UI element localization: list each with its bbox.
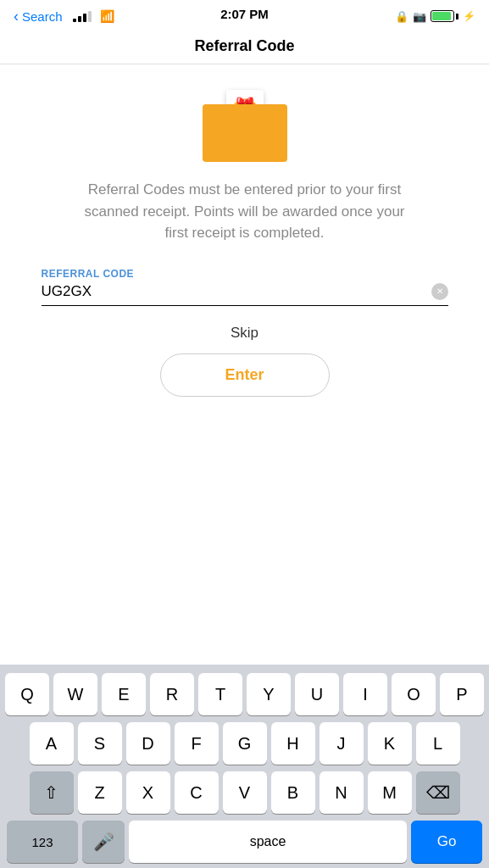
backspace-key[interactable]: ⌫ xyxy=(416,771,460,814)
signal-icon xyxy=(73,11,92,22)
envelope-body-icon xyxy=(203,104,287,162)
bluetooth-icon: 📷 xyxy=(413,10,426,23)
status-time: 2:07 PM xyxy=(220,7,269,21)
lock-icon: 🔒 xyxy=(395,10,408,23)
key-c[interactable]: C xyxy=(175,771,219,814)
back-chevron-icon: ‹ xyxy=(14,8,19,25)
keyboard-bottom-row: 123 🎤 space Go xyxy=(3,821,486,863)
status-left: ‹ Search 📶 xyxy=(14,8,114,25)
key-g[interactable]: G xyxy=(223,722,267,765)
key-v[interactable]: V xyxy=(223,771,267,814)
key-u[interactable]: U xyxy=(295,673,339,715)
key-m[interactable]: M xyxy=(368,771,412,814)
key-r[interactable]: R xyxy=(150,673,194,715)
key-y[interactable]: Y xyxy=(247,673,291,715)
key-k[interactable]: K xyxy=(368,722,412,765)
key-e[interactable]: E xyxy=(102,673,146,715)
key-q[interactable]: Q xyxy=(5,673,49,715)
status-bar: ‹ Search 📶 2:07 PM 🔒 📷 ⚡ xyxy=(0,0,489,31)
key-a[interactable]: A xyxy=(30,722,74,765)
key-j[interactable]: J xyxy=(320,722,364,765)
key-b[interactable]: B xyxy=(271,771,315,814)
charging-icon: ⚡ xyxy=(463,10,475,22)
keyboard-row-3: ⇧ Z X C V B N M ⌫ xyxy=(3,771,486,814)
referral-code-input[interactable] xyxy=(42,283,431,300)
key-h[interactable]: H xyxy=(271,722,315,765)
nav-bar: Referral Code xyxy=(0,31,489,64)
keyboard-row-2: A S D F G H J K L xyxy=(3,722,486,765)
key-d[interactable]: D xyxy=(126,722,170,765)
go-key[interactable]: Go xyxy=(411,821,482,863)
input-label: REFERRAL CODE xyxy=(42,268,448,280)
input-section: REFERRAL CODE xyxy=(42,268,448,306)
input-row xyxy=(42,283,448,306)
key-x[interactable]: X xyxy=(126,771,170,814)
back-button[interactable]: ‹ Search xyxy=(14,8,63,25)
key-s[interactable]: S xyxy=(78,722,122,765)
wifi-icon: 📶 xyxy=(100,9,114,23)
key-l[interactable]: L xyxy=(416,722,460,765)
key-i[interactable]: I xyxy=(343,673,387,715)
enter-button[interactable]: Enter xyxy=(160,353,330,397)
space-key[interactable]: space xyxy=(129,821,407,863)
key-z[interactable]: Z xyxy=(78,771,122,814)
back-label[interactable]: Search xyxy=(22,9,63,24)
keyboard: Q W E R T Y U I O P A S D F G H J K L ⇧ … xyxy=(0,665,489,868)
keyboard-row-1: Q W E R T Y U I O P xyxy=(3,673,486,715)
key-n[interactable]: N xyxy=(320,771,364,814)
clear-input-button[interactable] xyxy=(431,283,448,300)
key-p[interactable]: P xyxy=(440,673,484,715)
description-text: Referral Codes must be entered prior to … xyxy=(84,179,406,244)
skip-button[interactable]: Skip xyxy=(231,325,258,342)
shift-key[interactable]: ⇧ xyxy=(30,771,74,814)
key-o[interactable]: O xyxy=(392,673,436,715)
key-f[interactable]: F xyxy=(175,722,219,765)
page-title: Referral Code xyxy=(194,37,294,55)
battery-icon xyxy=(431,10,458,22)
microphone-key[interactable]: 🎤 xyxy=(82,821,125,863)
numbers-key[interactable]: 123 xyxy=(7,821,78,863)
key-w[interactable]: W xyxy=(53,673,97,715)
gift-icon xyxy=(203,90,287,162)
content-area: Referral Codes must be entered prior to … xyxy=(0,64,489,665)
key-t[interactable]: T xyxy=(198,673,242,715)
status-right: 🔒 📷 ⚡ xyxy=(395,10,475,23)
